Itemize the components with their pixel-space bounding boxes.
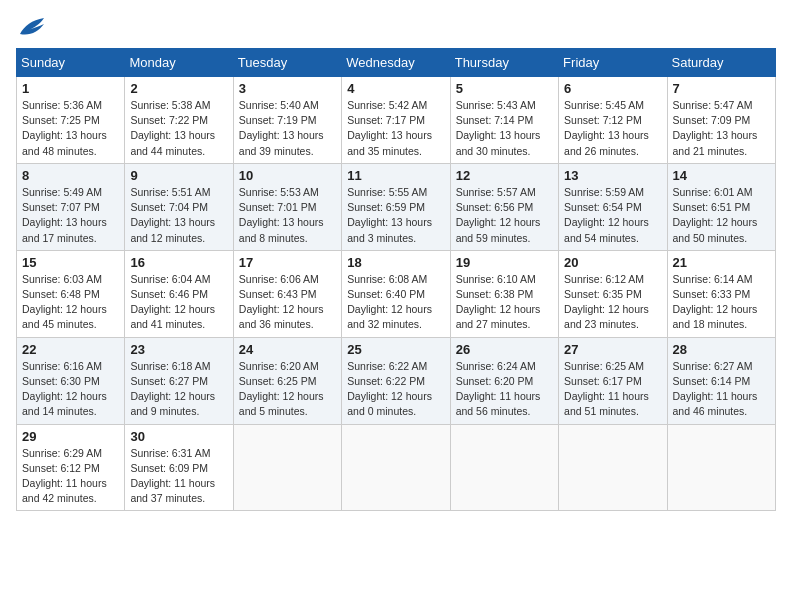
day-info: Sunrise: 6:08 AM Sunset: 6:40 PM Dayligh… [347, 272, 444, 333]
day-number: 21 [673, 255, 770, 270]
calendar-cell: 19Sunrise: 6:10 AM Sunset: 6:38 PM Dayli… [450, 250, 558, 337]
page-header [16, 16, 776, 38]
calendar-cell: 4Sunrise: 5:42 AM Sunset: 7:17 PM Daylig… [342, 77, 450, 164]
calendar-cell [559, 424, 667, 511]
day-number: 27 [564, 342, 661, 357]
weekday-header-friday: Friday [559, 49, 667, 77]
day-info: Sunrise: 6:01 AM Sunset: 6:51 PM Dayligh… [673, 185, 770, 246]
day-number: 16 [130, 255, 227, 270]
calendar-week-5: 29Sunrise: 6:29 AM Sunset: 6:12 PM Dayli… [17, 424, 776, 511]
calendar-cell: 29Sunrise: 6:29 AM Sunset: 6:12 PM Dayli… [17, 424, 125, 511]
day-info: Sunrise: 6:20 AM Sunset: 6:25 PM Dayligh… [239, 359, 336, 420]
day-number: 22 [22, 342, 119, 357]
calendar-cell: 26Sunrise: 6:24 AM Sunset: 6:20 PM Dayli… [450, 337, 558, 424]
calendar-cell: 2Sunrise: 5:38 AM Sunset: 7:22 PM Daylig… [125, 77, 233, 164]
calendar-cell: 27Sunrise: 6:25 AM Sunset: 6:17 PM Dayli… [559, 337, 667, 424]
weekday-header-saturday: Saturday [667, 49, 775, 77]
day-number: 18 [347, 255, 444, 270]
calendar-cell: 17Sunrise: 6:06 AM Sunset: 6:43 PM Dayli… [233, 250, 341, 337]
weekday-header-thursday: Thursday [450, 49, 558, 77]
calendar-cell: 18Sunrise: 6:08 AM Sunset: 6:40 PM Dayli… [342, 250, 450, 337]
calendar-cell: 12Sunrise: 5:57 AM Sunset: 6:56 PM Dayli… [450, 163, 558, 250]
day-info: Sunrise: 6:16 AM Sunset: 6:30 PM Dayligh… [22, 359, 119, 420]
day-number: 2 [130, 81, 227, 96]
day-info: Sunrise: 6:29 AM Sunset: 6:12 PM Dayligh… [22, 446, 119, 507]
calendar-cell: 7Sunrise: 5:47 AM Sunset: 7:09 PM Daylig… [667, 77, 775, 164]
day-number: 9 [130, 168, 227, 183]
day-number: 23 [130, 342, 227, 357]
day-info: Sunrise: 5:47 AM Sunset: 7:09 PM Dayligh… [673, 98, 770, 159]
day-number: 30 [130, 429, 227, 444]
calendar-cell: 24Sunrise: 6:20 AM Sunset: 6:25 PM Dayli… [233, 337, 341, 424]
day-info: Sunrise: 6:04 AM Sunset: 6:46 PM Dayligh… [130, 272, 227, 333]
day-info: Sunrise: 5:59 AM Sunset: 6:54 PM Dayligh… [564, 185, 661, 246]
day-number: 15 [22, 255, 119, 270]
logo-bird-icon [18, 16, 46, 38]
day-info: Sunrise: 5:42 AM Sunset: 7:17 PM Dayligh… [347, 98, 444, 159]
day-info: Sunrise: 6:18 AM Sunset: 6:27 PM Dayligh… [130, 359, 227, 420]
calendar-cell: 16Sunrise: 6:04 AM Sunset: 6:46 PM Dayli… [125, 250, 233, 337]
day-info: Sunrise: 5:45 AM Sunset: 7:12 PM Dayligh… [564, 98, 661, 159]
day-number: 20 [564, 255, 661, 270]
day-info: Sunrise: 6:22 AM Sunset: 6:22 PM Dayligh… [347, 359, 444, 420]
calendar-cell: 9Sunrise: 5:51 AM Sunset: 7:04 PM Daylig… [125, 163, 233, 250]
calendar-cell: 14Sunrise: 6:01 AM Sunset: 6:51 PM Dayli… [667, 163, 775, 250]
weekday-header-sunday: Sunday [17, 49, 125, 77]
calendar-table: SundayMondayTuesdayWednesdayThursdayFrid… [16, 48, 776, 511]
day-number: 19 [456, 255, 553, 270]
day-number: 13 [564, 168, 661, 183]
weekday-header-wednesday: Wednesday [342, 49, 450, 77]
calendar-cell: 13Sunrise: 5:59 AM Sunset: 6:54 PM Dayli… [559, 163, 667, 250]
calendar-week-4: 22Sunrise: 6:16 AM Sunset: 6:30 PM Dayli… [17, 337, 776, 424]
day-info: Sunrise: 6:25 AM Sunset: 6:17 PM Dayligh… [564, 359, 661, 420]
day-number: 17 [239, 255, 336, 270]
day-number: 12 [456, 168, 553, 183]
calendar-cell: 5Sunrise: 5:43 AM Sunset: 7:14 PM Daylig… [450, 77, 558, 164]
calendar-cell: 21Sunrise: 6:14 AM Sunset: 6:33 PM Dayli… [667, 250, 775, 337]
day-info: Sunrise: 5:53 AM Sunset: 7:01 PM Dayligh… [239, 185, 336, 246]
calendar-cell: 23Sunrise: 6:18 AM Sunset: 6:27 PM Dayli… [125, 337, 233, 424]
calendar-cell: 20Sunrise: 6:12 AM Sunset: 6:35 PM Dayli… [559, 250, 667, 337]
calendar-week-1: 1Sunrise: 5:36 AM Sunset: 7:25 PM Daylig… [17, 77, 776, 164]
calendar-cell: 8Sunrise: 5:49 AM Sunset: 7:07 PM Daylig… [17, 163, 125, 250]
day-info: Sunrise: 6:06 AM Sunset: 6:43 PM Dayligh… [239, 272, 336, 333]
day-number: 26 [456, 342, 553, 357]
calendar-cell: 28Sunrise: 6:27 AM Sunset: 6:14 PM Dayli… [667, 337, 775, 424]
day-number: 24 [239, 342, 336, 357]
day-number: 14 [673, 168, 770, 183]
day-number: 5 [456, 81, 553, 96]
calendar-cell: 25Sunrise: 6:22 AM Sunset: 6:22 PM Dayli… [342, 337, 450, 424]
day-info: Sunrise: 6:24 AM Sunset: 6:20 PM Dayligh… [456, 359, 553, 420]
logo [16, 16, 46, 38]
day-number: 29 [22, 429, 119, 444]
day-info: Sunrise: 5:36 AM Sunset: 7:25 PM Dayligh… [22, 98, 119, 159]
day-number: 4 [347, 81, 444, 96]
weekday-header-monday: Monday [125, 49, 233, 77]
calendar-cell: 1Sunrise: 5:36 AM Sunset: 7:25 PM Daylig… [17, 77, 125, 164]
day-number: 1 [22, 81, 119, 96]
day-info: Sunrise: 5:51 AM Sunset: 7:04 PM Dayligh… [130, 185, 227, 246]
calendar-cell: 11Sunrise: 5:55 AM Sunset: 6:59 PM Dayli… [342, 163, 450, 250]
day-number: 28 [673, 342, 770, 357]
day-info: Sunrise: 5:55 AM Sunset: 6:59 PM Dayligh… [347, 185, 444, 246]
day-info: Sunrise: 6:12 AM Sunset: 6:35 PM Dayligh… [564, 272, 661, 333]
day-number: 3 [239, 81, 336, 96]
day-info: Sunrise: 5:43 AM Sunset: 7:14 PM Dayligh… [456, 98, 553, 159]
calendar-cell: 10Sunrise: 5:53 AM Sunset: 7:01 PM Dayli… [233, 163, 341, 250]
calendar-cell: 15Sunrise: 6:03 AM Sunset: 6:48 PM Dayli… [17, 250, 125, 337]
calendar-cell: 22Sunrise: 6:16 AM Sunset: 6:30 PM Dayli… [17, 337, 125, 424]
weekday-header-tuesday: Tuesday [233, 49, 341, 77]
day-number: 8 [22, 168, 119, 183]
calendar-cell: 6Sunrise: 5:45 AM Sunset: 7:12 PM Daylig… [559, 77, 667, 164]
day-info: Sunrise: 5:49 AM Sunset: 7:07 PM Dayligh… [22, 185, 119, 246]
calendar-cell: 30Sunrise: 6:31 AM Sunset: 6:09 PM Dayli… [125, 424, 233, 511]
calendar-week-3: 15Sunrise: 6:03 AM Sunset: 6:48 PM Dayli… [17, 250, 776, 337]
day-info: Sunrise: 5:38 AM Sunset: 7:22 PM Dayligh… [130, 98, 227, 159]
day-number: 10 [239, 168, 336, 183]
calendar-cell [342, 424, 450, 511]
calendar-cell: 3Sunrise: 5:40 AM Sunset: 7:19 PM Daylig… [233, 77, 341, 164]
day-info: Sunrise: 5:57 AM Sunset: 6:56 PM Dayligh… [456, 185, 553, 246]
day-number: 11 [347, 168, 444, 183]
day-number: 6 [564, 81, 661, 96]
day-number: 7 [673, 81, 770, 96]
